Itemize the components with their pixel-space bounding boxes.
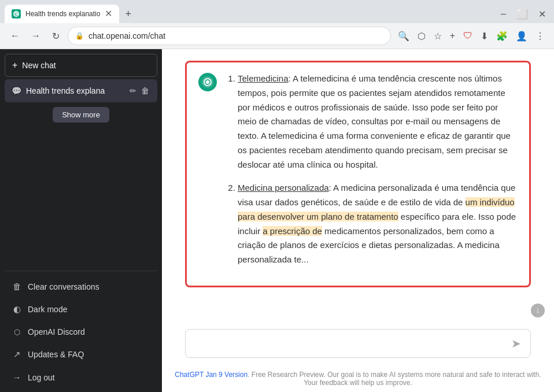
download-icon[interactable]: ⬇ [478, 28, 490, 44]
sidebar-spacer [5, 126, 157, 271]
dark-mode-icon: ◐ [12, 304, 22, 315]
sidebar-item-dark-mode-label: Dark mode [28, 305, 67, 314]
item-1-title: Telemedicina [238, 73, 289, 83]
chat-input[interactable] [194, 337, 505, 350]
chat-content-inner: Telemedicina: A telemedicina é uma tendê… [185, 61, 531, 287]
tab-bar: C Health trends explanatio ✕ + – ⬜ ✕ [0, 0, 554, 23]
assistant-message: Telemedicina: A telemedicina é uma tendê… [198, 72, 518, 276]
address-bar[interactable]: 🔒 chat.openai.com/chat [68, 27, 391, 45]
browser-controls: ← → ↻ 🔒 chat.openai.com/chat 🔍 ⬡ ☆ + 🛡 ⬇… [0, 23, 554, 49]
list-item: Telemedicina: A telemedicina é uma tendê… [238, 72, 518, 172]
edit-chat-button[interactable]: ✏ [128, 85, 138, 97]
url-text: chat.openai.com/chat [88, 31, 383, 40]
footer-text: . Free Research Preview. Our goal is to … [248, 371, 541, 387]
highlighted-response-box: Telemedicina: A telemedicina é uma tendê… [185, 61, 531, 287]
logout-icon: → [12, 372, 22, 382]
adblock-icon[interactable]: 🛡 [461, 28, 475, 43]
item-2-body: : A medicina personalizada é uma tendênc… [238, 183, 516, 264]
sidebar: + New chat 💬 Health trends explana ✏ 🗑 S… [0, 49, 162, 392]
chat-footer: ChatGPT Jan 9 Version. Free Research Pre… [162, 367, 554, 392]
chat-icon: 💬 [12, 86, 21, 95]
minimize-button[interactable]: – [497, 6, 509, 21]
new-tab-button[interactable]: + [120, 6, 136, 23]
active-tab[interactable]: C Health trends explanatio ✕ [5, 5, 119, 23]
share-icon[interactable]: ⬡ [415, 28, 428, 44]
chat-item-title: Health trends explana [26, 86, 124, 95]
sidebar-bottom: 🗑 Clear conversations ◐ Dark mode ⬡ Open… [5, 271, 157, 388]
chat-content: Telemedicina: A telemedicina é uma tendê… [162, 49, 554, 322]
sidebar-item-updates[interactable]: ↗ Updates & FAQ [5, 343, 157, 365]
tab-close-button[interactable]: ✕ [105, 9, 112, 19]
delete-chat-button[interactable]: 🗑 [140, 85, 150, 97]
restore-button[interactable]: ⬜ [513, 6, 531, 22]
trash-icon: 🗑 [12, 282, 22, 291]
forward-button[interactable]: → [28, 28, 44, 43]
message-body: Telemedicina: A telemedicina é uma tendê… [226, 72, 518, 276]
input-area: ➤ [162, 322, 554, 367]
chat-history-item[interactable]: 💬 Health trends explana ✏ 🗑 [5, 79, 157, 102]
puzzle-icon[interactable]: 🧩 [494, 28, 510, 44]
assistant-avatar [198, 73, 217, 91]
svg-point-3 [206, 80, 209, 84]
profile-icon[interactable]: 👤 [514, 28, 530, 44]
item-2-title: Medicina personalizada [238, 183, 329, 193]
version-link[interactable]: ChatGPT Jan 9 Version [175, 371, 248, 379]
menu-icon[interactable]: ⋮ [533, 28, 547, 44]
new-chat-button[interactable]: + New chat [5, 54, 157, 77]
plus-icon: + [12, 60, 17, 71]
list-item: Medicina personalizada: A medicina perso… [238, 181, 518, 267]
extensions-icon[interactable]: + [448, 28, 457, 43]
browser-actions: 🔍 ⬡ ☆ + 🛡 ⬇ 🧩 👤 ⋮ [396, 28, 547, 44]
sidebar-item-dark-mode[interactable]: ◐ Dark mode [5, 298, 157, 320]
sidebar-item-updates-label: Updates & FAQ [28, 350, 84, 359]
app: + New chat 💬 Health trends explana ✏ 🗑 S… [0, 49, 554, 392]
main-chat: Telemedicina: A telemedicina é uma tendê… [162, 49, 554, 392]
search-icon[interactable]: 🔍 [396, 28, 412, 44]
browser-chrome: C Health trends explanatio ✕ + – ⬜ ✕ ← →… [0, 0, 554, 49]
discord-icon: ⬡ [12, 328, 22, 336]
send-button[interactable]: ➤ [510, 335, 522, 352]
svg-text:C: C [14, 12, 18, 17]
sidebar-item-clear[interactable]: 🗑 Clear conversations [5, 276, 157, 297]
back-button[interactable]: ← [7, 28, 23, 43]
window-close-button[interactable]: ✕ [535, 6, 549, 22]
sidebar-item-logout-label: Log out [28, 373, 55, 382]
new-chat-label: New chat [22, 61, 56, 70]
reload-button[interactable]: ↻ [49, 28, 63, 44]
tab-favicon: C [12, 9, 21, 19]
chat-item-actions: ✏ 🗑 [128, 85, 150, 97]
scroll-down-indicator[interactable]: ↓ [531, 304, 545, 317]
show-more-button[interactable]: Show more [53, 107, 109, 123]
tab-title: Health trends explanatio [25, 10, 100, 18]
bookmark-icon[interactable]: ☆ [431, 28, 444, 44]
sidebar-item-discord[interactable]: ⬡ OpenAI Discord [5, 321, 157, 342]
updates-icon: ↗ [12, 349, 22, 360]
input-box: ➤ [185, 329, 531, 358]
lock-icon: 🔒 [75, 32, 84, 40]
sidebar-item-clear-label: Clear conversations [28, 282, 99, 291]
sidebar-item-discord-label: OpenAI Discord [28, 327, 85, 336]
item-1-body: : A telemedicina é uma tendência crescen… [238, 73, 511, 169]
sidebar-item-logout[interactable]: → Log out [5, 367, 157, 388]
